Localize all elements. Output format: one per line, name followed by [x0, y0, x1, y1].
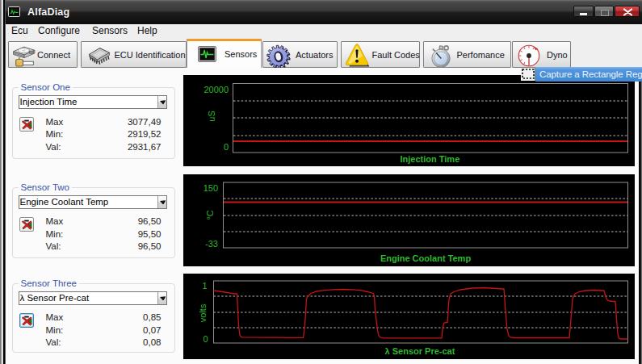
svg-text:uS: uS	[208, 111, 217, 121]
svg-text:150: 150	[204, 182, 218, 192]
svg-text:0: 0	[224, 141, 229, 151]
svg-text:20000: 20000	[204, 84, 229, 94]
svg-text:°C: °C	[205, 210, 215, 220]
svg-text:1: 1	[203, 280, 208, 290]
svg-text:λ Sensor Pre-cat: λ Sensor Pre-cat	[385, 346, 455, 356]
svg-text:-33: -33	[205, 238, 218, 248]
svg-text:volts: volts	[199, 303, 208, 322]
svg-text:Engine Coolant Temp: Engine Coolant Temp	[380, 253, 472, 263]
svg-text:0: 0	[203, 333, 208, 343]
svg-text:Injection Time: Injection Time	[401, 154, 460, 164]
